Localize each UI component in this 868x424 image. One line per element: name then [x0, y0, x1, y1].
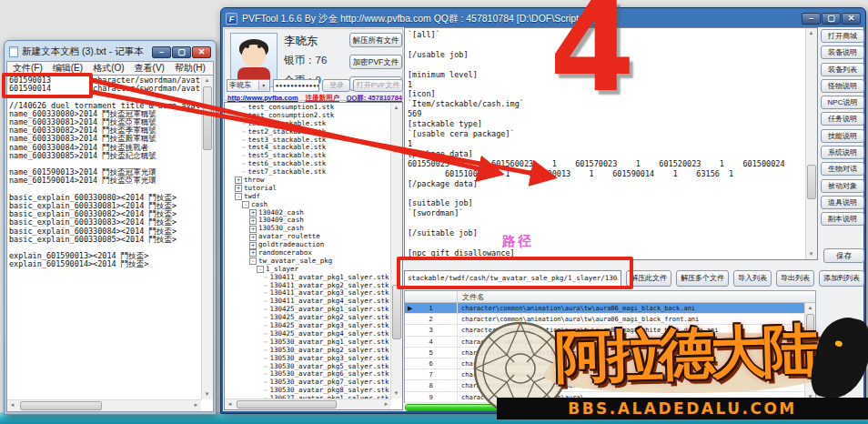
- scrollbar-thumb[interactable]: [807, 165, 816, 199]
- category-button[interactable]: 怪物说明: [821, 79, 864, 93]
- scrollbar-thumb[interactable]: [237, 400, 337, 409]
- expand-icon[interactable]: +: [249, 226, 257, 233]
- notepad-editor[interactable]: 601590013 `character/swordman/avatar/au …: [6, 75, 214, 412]
- category-button[interactable]: 系统说明: [821, 146, 864, 159]
- table-row[interactable]: 3character\common\animation\aura\tw\aura…: [405, 325, 815, 336]
- expand-icon[interactable]: +: [235, 177, 242, 184]
- chevron-down-icon[interactable]: ▾: [258, 81, 268, 90]
- password-field[interactable]: ●●●●●●●●●●●●●: [273, 79, 320, 92]
- table-row[interactable]: 1▶character\common\animation\aura\tw\aur…: [405, 303, 815, 314]
- pvf-action-button[interactable]: 加密PVF文件: [349, 55, 402, 69]
- pvf-action-button[interactable]: 解压所有文件: [349, 33, 402, 47]
- pvftool-window: F PVFTool 1.6.6 By 沙金 http://www.pvfba.c…: [220, 7, 866, 414]
- expand-icon[interactable]: +: [235, 185, 242, 192]
- menu-item[interactable]: 查看(V): [135, 62, 165, 75]
- category-button[interactable]: 技能说明: [821, 129, 864, 143]
- category-button[interactable]: 道具说明: [821, 196, 864, 209]
- category-button[interactable]: NPC说明: [821, 96, 864, 109]
- collapse-icon[interactable]: -: [257, 266, 264, 273]
- scroll-right-icon[interactable]: ►: [381, 399, 391, 409]
- table-row[interactable]: 8character\common\animation\aura\: [405, 380, 815, 391]
- login-button[interactable]: 登录: [322, 79, 350, 92]
- pvftool-title: PVFTool 1.6.6 By 沙金 http://www.pvfba.com…: [242, 13, 796, 25]
- notepad-text[interactable]: 601590013 `character/swordman/avatar/au …: [9, 76, 200, 399]
- scrollbar-thumb[interactable]: [20, 401, 102, 410]
- category-button[interactable]: 装备列表: [821, 63, 864, 76]
- file-tree-rows: –test_consumption1.stk–test_consumption2…: [226, 104, 390, 399]
- expand-icon[interactable]: +: [249, 234, 257, 241]
- close-button[interactable]: ✕: [842, 13, 861, 25]
- scroll-up-icon[interactable]: ▲: [806, 28, 816, 38]
- category-button[interactable]: 打开商城: [821, 29, 864, 43]
- scroll-down-icon[interactable]: ▼: [202, 389, 212, 399]
- open-pvf-button[interactable]: 打开PVF文件: [353, 79, 403, 92]
- list-action-button[interactable]: 导出列表: [776, 270, 814, 287]
- scroll-left-icon[interactable]: ◄: [225, 399, 235, 409]
- category-button[interactable]: 生物对话: [821, 162, 864, 176]
- tree-item[interactable]: -cash: [226, 201, 390, 209]
- tree-item[interactable]: -tw_avatar_sale_pkg: [226, 257, 390, 266]
- table-row[interactable]: 4character\common\animation\aura\tw\aura…: [405, 337, 815, 348]
- table-header[interactable]: 文件名: [405, 291, 815, 303]
- scroll-up-icon[interactable]: ▲: [805, 303, 815, 313]
- table-row[interactable]: 9character\common\animation\aura\: [405, 392, 815, 403]
- table-row[interactable]: 5character\common\animation\aura\tw\: [405, 348, 815, 358]
- close-button[interactable]: ✕: [192, 46, 211, 58]
- horizontal-scrollbar[interactable]: ◄ ►: [225, 399, 391, 409]
- tree-item[interactable]: +130402_cash: [226, 209, 390, 217]
- vertical-scrollbar[interactable]: ▲ ▼: [805, 28, 817, 259]
- vertical-scrollbar[interactable]: ▲ ▼: [390, 103, 402, 399]
- list-action-button[interactable]: 解压此文件: [626, 270, 671, 287]
- scroll-down-icon[interactable]: ▼: [391, 389, 401, 399]
- category-button[interactable]: 副本说明: [821, 212, 864, 226]
- scroll-right-icon[interactable]: ►: [191, 400, 201, 410]
- maximize-button[interactable]: ▢: [822, 13, 841, 25]
- scroll-left-icon[interactable]: ◄: [7, 400, 17, 410]
- expand-icon[interactable]: +: [249, 209, 257, 217]
- scroll-up-icon[interactable]: ▲: [202, 76, 212, 86]
- table-row[interactable]: 7character\common\animation\aura\: [405, 369, 815, 380]
- minimize-button[interactable]: –: [152, 46, 171, 58]
- category-buttons: 打开商城装备说明装备列表怪物说明NPC说明任务说明技能说明系统说明生物对话被动对…: [821, 29, 864, 229]
- path-input[interactable]: [404, 270, 621, 287]
- list-action-button[interactable]: 导入列表: [733, 270, 772, 287]
- collapse-icon[interactable]: -: [242, 201, 249, 208]
- vertical-scrollbar[interactable]: ▲ ▼: [201, 76, 213, 399]
- scroll-down-icon[interactable]: ▼: [806, 249, 816, 259]
- pvftool-titlebar[interactable]: F PVFTool 1.6.6 By 沙金 http://www.pvfba.c…: [223, 10, 863, 27]
- expand-icon[interactable]: +: [249, 249, 257, 257]
- expand-icon[interactable]: +: [249, 217, 257, 225]
- file-path-cell: character\common\animation\aura\tw\aura0…: [458, 325, 815, 335]
- scrollbar-thumb[interactable]: [806, 314, 814, 345]
- save-button[interactable]: 保存: [823, 248, 864, 263]
- collapse-icon[interactable]: -: [235, 193, 242, 200]
- menu-item[interactable]: 帮助(H): [175, 62, 206, 75]
- scroll-up-icon[interactable]: ▲: [391, 103, 401, 113]
- scrollbar-thumb[interactable]: [392, 285, 401, 339]
- menu-item[interactable]: 格式(O): [93, 62, 124, 75]
- minimize-button[interactable]: –: [802, 13, 821, 25]
- notepad-titlebar[interactable]: 新建文本文档 (3).txt - 记事本 – ▢ ✕: [6, 43, 214, 61]
- row-number: 2: [405, 314, 458, 324]
- file-tree: –test_consumption1.stk–test_consumption2…: [224, 102, 403, 410]
- expand-icon[interactable]: +: [249, 242, 257, 249]
- category-button[interactable]: 装备说明: [821, 45, 864, 59]
- account-select[interactable]: 李晓东 ▾: [227, 79, 270, 92]
- table-row[interactable]: 2character\common\animation\aura\tw\aura…: [405, 314, 815, 325]
- table-row[interactable]: 6character\common\animation\aura\: [405, 358, 815, 369]
- menu-item[interactable]: 编辑(E): [53, 62, 83, 75]
- vertical-scrollbar[interactable]: ▲ ▼: [804, 303, 815, 402]
- scrollbar-thumb[interactable]: [203, 86, 212, 150]
- menu-item[interactable]: 文件(F): [13, 62, 43, 75]
- script-text[interactable]: `[all]` [/usable job] [minimum level] 1 …: [408, 30, 804, 258]
- list-action-button[interactable]: 解压多个文件: [676, 270, 729, 287]
- horizontal-scrollbar[interactable]: ◄ ►: [7, 399, 201, 411]
- tree-item[interactable]: +130409_cash: [226, 217, 390, 225]
- list-action-button[interactable]: 添加到列表: [819, 270, 864, 287]
- category-button[interactable]: 任务说明: [821, 112, 864, 126]
- category-button[interactable]: 被动对象: [821, 179, 864, 193]
- maximize-button[interactable]: ▢: [172, 46, 191, 58]
- collapse-icon[interactable]: -: [249, 257, 257, 265]
- scroll-down-icon[interactable]: ▼: [805, 392, 815, 402]
- script-editor[interactable]: `[all]` [/usable job] [minimum level] 1 …: [404, 27, 818, 260]
